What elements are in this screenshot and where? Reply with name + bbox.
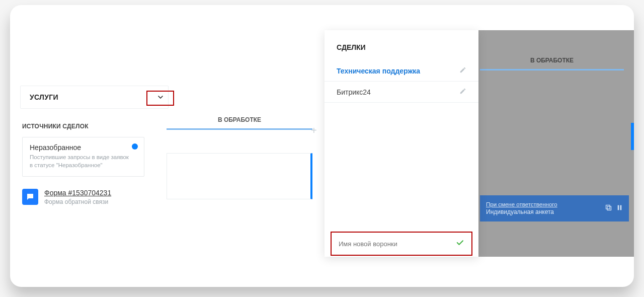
svg-rect-1 [606, 205, 610, 209]
svg-rect-0 [607, 206, 611, 210]
status-dot-icon [132, 143, 138, 150]
automation-card-text: При смене ответственного Индивидуальная … [486, 201, 557, 215]
uslugi-chevron-highlight[interactable] [146, 91, 174, 106]
svg-rect-3 [620, 205, 622, 210]
uslugi-title: УСЛУГИ [30, 93, 58, 101]
sources-title: ИСТОЧНИКИ СДЕЛОК [20, 123, 169, 137]
right-greyed-area: В ОБРАБОТКЕ При смене ответственного Инд… [476, 30, 634, 257]
automation-trigger: При смене ответственного [486, 201, 557, 207]
column-header-left: В ОБРАБОТКЕ [167, 111, 312, 130]
pencil-icon[interactable] [459, 88, 466, 96]
form-sub: Форма обратной связи [44, 198, 111, 205]
add-column-icon[interactable]: + [311, 125, 317, 136]
svg-rect-2 [618, 205, 619, 210]
sources-block: ИСТОЧНИКИ СДЕЛОК Неразобранное Поступивш… [20, 123, 169, 205]
column-header-bar-right [480, 69, 624, 70]
check-icon[interactable] [455, 238, 464, 249]
automation-name: Индивидуальная анкета [486, 208, 557, 215]
automation-actions [605, 204, 623, 213]
pause-icon[interactable] [616, 204, 623, 213]
funnels-dropdown-panel: СДЕЛКИ Техническая поддержка Битрикс24 [325, 30, 478, 257]
dropdown-item-label: Техническая поддержка [337, 67, 420, 75]
app-card: УСЛУГИ ИСТОЧНИКИ СДЕЛОК Неразобранное По… [10, 5, 634, 287]
dropdown-title: СДЕЛКИ [325, 30, 478, 60]
source-desc: Поступившие запросы в виде заявок в стат… [30, 154, 130, 169]
copy-icon[interactable] [605, 204, 612, 213]
dropdown-item-label: Битрикс24 [337, 88, 371, 96]
source-name: Неразобранное [30, 143, 137, 152]
new-funnel-input-highlight [331, 232, 472, 256]
form-item[interactable]: Форма #1530704231 Форма обратной связи [20, 189, 169, 205]
automation-card[interactable]: При смене ответственного Индивидуальная … [480, 195, 629, 221]
chevron-down-icon [156, 93, 165, 103]
form-link[interactable]: Форма #1530704231 [44, 189, 111, 197]
pipeline-card[interactable] [167, 153, 312, 199]
dropdown-item-bitrix[interactable]: Битрикс24 [325, 82, 478, 103]
column-header-label-right: В ОБРАБОТКЕ [480, 52, 624, 69]
column-header-bar [167, 128, 312, 130]
column-header-label: В ОБРАБОТКЕ [167, 111, 312, 128]
source-card-unsorted[interactable]: Неразобранное Поступившие запросы в виде… [22, 137, 144, 177]
column-header-right: В ОБРАБОТКЕ [480, 52, 624, 70]
new-funnel-input[interactable] [339, 240, 439, 248]
chat-icon [22, 189, 38, 205]
dropdown-item-support[interactable]: Техническая поддержка [325, 60, 478, 82]
form-text: Форма #1530704231 Форма обратной связи [44, 189, 111, 205]
side-rail-accent [631, 123, 634, 150]
pencil-icon[interactable] [459, 66, 466, 75]
uslugi-header[interactable]: УСЛУГИ [20, 86, 169, 109]
